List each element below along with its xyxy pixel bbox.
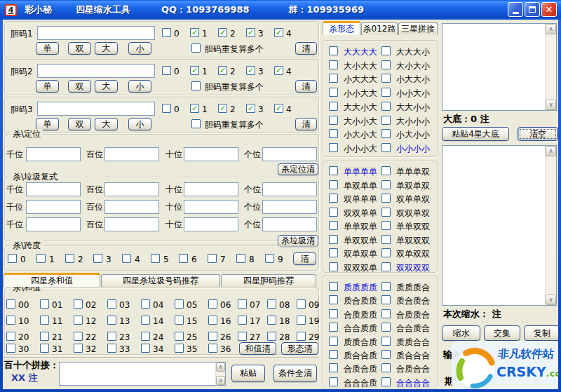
tab-sixing-sha-laji-recommend[interactable]: 四星杀垃圾号码推荐 xyxy=(101,274,220,287)
pattern-checkbox[interactable] xyxy=(381,295,391,304)
pinjie-textarea[interactable] xyxy=(59,362,226,386)
tab-sha-xingtai[interactable]: 杀形态 xyxy=(323,21,360,35)
pattern-checkbox[interactable] xyxy=(381,166,391,175)
pattern-checkbox[interactable] xyxy=(381,180,391,189)
pattern-checkbox[interactable] xyxy=(329,323,338,332)
pattern-checkbox[interactable] xyxy=(329,295,338,304)
danma-odd-button[interactable]: 单 xyxy=(36,42,59,55)
danma-odd-button[interactable]: 单 xyxy=(36,80,59,93)
kuadu-checkbox-0[interactable] xyxy=(8,254,17,263)
danma-digit-checkbox-1[interactable]: ✓ xyxy=(190,104,199,113)
pattern-checkbox[interactable] xyxy=(329,143,338,152)
pattern-checkbox[interactable] xyxy=(329,88,338,97)
pattern-checkbox[interactable] xyxy=(381,74,391,83)
danma-digit-checkbox-1[interactable]: ✓ xyxy=(190,66,199,75)
pattern-checkbox[interactable] xyxy=(381,262,391,271)
dingwei-input-2[interactable] xyxy=(104,147,159,161)
pattern-checkbox[interactable] xyxy=(381,194,391,203)
hezhi-checkbox-10[interactable] xyxy=(6,316,15,325)
hezhi-checkbox-31[interactable] xyxy=(40,344,49,353)
hezhi-checkbox-07[interactable] xyxy=(238,299,247,309)
danma-digit-checkbox-4[interactable]: ✓ xyxy=(274,66,283,75)
kuadu-checkbox-8[interactable] xyxy=(236,254,245,263)
danma-digit-checkbox-4[interactable]: ✓ xyxy=(274,104,283,113)
pattern-checkbox[interactable] xyxy=(329,166,338,175)
pattern-checkbox[interactable] xyxy=(329,309,338,318)
danma-digit-checkbox-3[interactable]: ✓ xyxy=(246,66,255,75)
pattern-checkbox[interactable] xyxy=(381,377,391,386)
hezhi-checkbox-02[interactable] xyxy=(74,299,83,309)
kuadu-checkbox-3[interactable] xyxy=(93,254,102,263)
laji-row1-input-2[interactable] xyxy=(104,182,159,196)
danma-digit-checkbox-2[interactable]: ✓ xyxy=(218,66,227,75)
dadi-textarea[interactable] xyxy=(442,23,557,111)
pattern-checkbox[interactable] xyxy=(381,129,391,138)
hezhi-checkbox-34[interactable] xyxy=(141,344,150,353)
hezhi-checkbox-26[interactable] xyxy=(208,332,217,341)
laji-row1-input-1[interactable] xyxy=(26,182,81,196)
pattern-checkbox[interactable] xyxy=(329,129,338,138)
conditions-clear-all-button[interactable]: 条件全清 xyxy=(273,365,317,382)
pattern-checkbox[interactable] xyxy=(329,221,338,230)
laji-row1-input-4[interactable] xyxy=(262,182,317,196)
kuadu-checkbox-5[interactable] xyxy=(151,254,160,263)
pattern-checkbox[interactable] xyxy=(329,74,338,83)
intersect-button[interactable]: 交集 xyxy=(484,325,520,341)
hezhi-checkbox-13[interactable] xyxy=(107,316,116,325)
danma-small-button[interactable]: 小 xyxy=(128,42,151,55)
kuadu-checkbox-4[interactable] xyxy=(122,254,131,263)
scroll-down-icon[interactable]: ∨ xyxy=(546,100,556,110)
pattern-checkbox[interactable] xyxy=(381,350,391,359)
hezhi-checkbox-19[interactable] xyxy=(297,316,306,325)
scroll-down-icon[interactable]: ∨ xyxy=(546,295,556,305)
pattern-checkbox[interactable] xyxy=(381,282,391,291)
danma-digit-checkbox-0[interactable] xyxy=(162,28,171,37)
pattern-checkbox[interactable] xyxy=(329,102,338,111)
hezhi-checkbox-25[interactable] xyxy=(175,332,184,341)
dingwei-input-3[interactable] xyxy=(184,147,238,161)
pattern-checkbox[interactable] xyxy=(381,102,391,111)
paste-4star-dadi-button[interactable]: 粘贴4星大底 xyxy=(442,127,509,141)
hezhi-checkbox-23[interactable] xyxy=(107,332,116,341)
pattern-checkbox[interactable] xyxy=(329,377,338,386)
danma-repeat-checkbox[interactable] xyxy=(191,43,201,53)
hezhi-checkbox-16[interactable] xyxy=(208,316,217,325)
scroll-up-icon[interactable]: ∧ xyxy=(546,24,556,34)
pattern-checkbox[interactable] xyxy=(329,208,338,217)
danma-big-button[interactable]: 大 xyxy=(95,118,118,130)
sha-kuadu-clear-button[interactable]: 清 xyxy=(293,252,316,265)
hezhi-clear-button[interactable]: 和值清 xyxy=(239,342,276,355)
hezhi-checkbox-28[interactable] xyxy=(267,332,276,341)
pattern-checkbox[interactable] xyxy=(329,116,338,125)
pattern-checkbox[interactable] xyxy=(381,116,391,125)
hezhi-checkbox-15[interactable] xyxy=(175,316,184,325)
pattern-checkbox[interactable] xyxy=(329,282,338,291)
scroll-down-icon[interactable]: ∨ xyxy=(216,376,225,385)
scroll-up-icon[interactable]: ∧ xyxy=(216,363,225,372)
pattern-checkbox[interactable] xyxy=(381,60,391,69)
hezhi-checkbox-32[interactable] xyxy=(74,344,83,353)
laji-row3-input-4[interactable] xyxy=(262,217,317,231)
hezhi-checkbox-20[interactable] xyxy=(6,332,15,341)
close-button[interactable]: ✕ xyxy=(541,2,557,17)
pattern-checkbox[interactable] xyxy=(381,309,391,318)
hezhi-checkbox-14[interactable] xyxy=(141,316,150,325)
minimize-button[interactable] xyxy=(508,2,523,17)
pattern-checkbox[interactable] xyxy=(329,235,338,244)
danma-even-button[interactable]: 双 xyxy=(68,118,91,130)
danma-digit-checkbox-0[interactable] xyxy=(162,104,171,113)
pattern-checkbox[interactable] xyxy=(381,143,391,152)
laji-row2-input-3[interactable] xyxy=(184,200,238,214)
danma-input[interactable] xyxy=(37,26,155,40)
hezhi-checkbox-11[interactable] xyxy=(40,316,49,325)
sha-dingwei-clear-button[interactable]: 杀定位清 xyxy=(278,163,318,175)
pattern-checkbox[interactable] xyxy=(329,248,338,257)
kuadu-checkbox-6[interactable] xyxy=(179,254,188,263)
pattern-checkbox[interactable] xyxy=(329,363,338,372)
dingwei-input-4[interactable] xyxy=(262,147,317,161)
danma-clear-button[interactable]: 清 xyxy=(295,42,317,55)
pattern-checkbox[interactable] xyxy=(381,221,391,230)
hezhi-checkbox-24[interactable] xyxy=(141,332,150,341)
hezhi-checkbox-27[interactable] xyxy=(238,332,247,341)
danma-digit-checkbox-1[interactable]: ✓ xyxy=(190,28,199,37)
